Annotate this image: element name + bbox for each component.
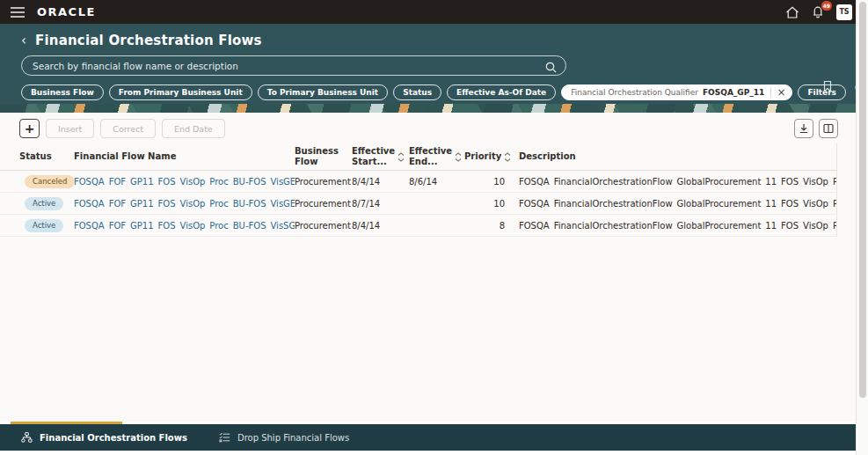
filter-chip[interactable]: Business Flow <box>21 84 104 100</box>
effective-end-cell: 8/6/14 <box>409 177 464 187</box>
table-header-row: StatusFinancial Flow NameBusiness FlowEf… <box>0 143 837 171</box>
tab-label: Drop Ship Financial Flows <box>237 433 349 443</box>
manage-columns-icon[interactable] <box>819 119 838 138</box>
tab-drop-ship-financial-flows[interactable]: Drop Ship Financial Flows <box>219 432 349 443</box>
status-badge: Active <box>25 219 63 232</box>
flow-name-cell: FOSQA_FOF_GP11_FOS_VisOp_Proc_BU-FOS_Vis… <box>74 177 295 187</box>
sort-icon[interactable] <box>504 152 511 162</box>
applied-filter-label: Financial Orchestration Qualifier <box>571 88 698 97</box>
back-icon[interactable]: ‹ <box>21 34 26 48</box>
column-label: Effective Start... <box>352 146 395 167</box>
column-header[interactable]: Description <box>519 149 836 165</box>
table-body: CanceledFOSQA_FOF_GP11_FOS_VisOp_Proc_BU… <box>0 171 868 237</box>
title-row: ‹ Financial Orchestration Flows <box>0 24 868 48</box>
business-flow-cell: Procurement <box>295 221 352 231</box>
applied-filter-chip: Financial Orchestration Qualifier FOSQA_… <box>561 84 792 100</box>
column-header[interactable]: Financial Flow Name <box>74 149 295 165</box>
main-content: + Insert Correct End Date StatusFinancia… <box>0 113 868 422</box>
flows-icon <box>21 432 33 443</box>
description-cell: FOSQA_FinancialOrchestrationFlow_GlobalP… <box>519 199 836 209</box>
notifications-bell-icon[interactable]: 49 <box>812 5 824 18</box>
notification-count-badge: 49 <box>821 1 832 11</box>
user-avatar[interactable]: TS <box>836 4 852 20</box>
column-label: Financial Flow Name <box>74 151 176 162</box>
vertical-scrollbar[interactable] <box>856 0 868 455</box>
home-icon[interactable] <box>785 6 799 18</box>
priority-cell: 8 <box>464 221 519 231</box>
flow-name-link[interactable]: FOSQA_FOF_GP11_FOS_VisOp_Proc_BU-FOS_Vis… <box>74 177 295 187</box>
oracle-logo: ORACLE <box>37 5 96 18</box>
global-header: ORACLE 49 TS <box>0 0 868 24</box>
filter-chip-list: Business FlowFrom Primary Business UnitT… <box>21 84 556 100</box>
priority-cell: 10 <box>464 177 519 187</box>
footer-tab-bar: Financial Orchestration Flows Drop Ship … <box>0 422 856 451</box>
table-row[interactable]: CanceledFOSQA_FOF_GP11_FOS_VisOp_Proc_BU… <box>0 171 837 193</box>
page-header: ‹ Financial Orchestration Flows Business… <box>0 24 868 104</box>
column-header[interactable]: Status <box>19 149 74 165</box>
tab-label: Financial Orchestration Flows <box>40 433 187 443</box>
search-input[interactable] <box>21 55 566 76</box>
flow-name-cell: FOSQA_FOF_GP11_FOS_VisOp_Proc_BU-FOS_Vis… <box>74 221 295 231</box>
table-row[interactable]: ActiveFOSQA_FOF_GP11_FOS_VisOp_Proc_BU-F… <box>0 215 837 237</box>
drop-ship-icon <box>219 432 230 443</box>
table-toolbar: + Insert Correct End Date <box>19 119 838 138</box>
business-flow-cell: Procurement <box>295 199 352 209</box>
search-row <box>21 55 566 76</box>
add-button[interactable]: + <box>19 119 40 138</box>
bookmark-icon[interactable] <box>822 79 833 96</box>
search-icon[interactable] <box>545 60 557 77</box>
page-title: Financial Orchestration Flows <box>35 33 262 48</box>
correct-button[interactable]: Correct <box>100 119 156 138</box>
flows-table: StatusFinancial Flow NameBusiness FlowEf… <box>0 143 868 237</box>
status-badge: Active <box>25 197 63 210</box>
menu-icon[interactable] <box>11 7 25 18</box>
download-icon[interactable] <box>794 119 813 138</box>
global-header-actions: 49 TS <box>785 4 852 20</box>
insert-button[interactable]: Insert <box>46 119 94 138</box>
effective-start-cell: 8/4/14 <box>352 221 409 231</box>
app-window: ORACLE 49 TS ‹ Financial Orchestration F… <box>0 0 868 455</box>
column-header[interactable]: Effective End... <box>409 143 464 170</box>
effective-start-cell: 8/4/14 <box>352 177 409 187</box>
table-row[interactable]: ActiveFOSQA_FOF_GP11_FOS_VisOp_Proc_BU-F… <box>0 193 837 215</box>
status-cell: Active <box>19 197 74 210</box>
column-header[interactable]: Effective Start... <box>352 143 409 170</box>
flow-name-link[interactable]: FOSQA_FOF_GP11_FOS_VisOp_Proc_BU-FOS_Vis… <box>74 221 295 231</box>
flow-name-link[interactable]: FOSQA_FOF_GP11_FOS_VisOp_Proc_BU-FOS_Vis… <box>74 199 295 209</box>
scrollbar-thumb[interactable] <box>859 2 866 398</box>
toolbar-view-actions <box>794 119 838 138</box>
status-cell: Canceled <box>19 175 74 188</box>
tab-financial-orchestration-flows[interactable]: Financial Orchestration Flows <box>21 432 187 443</box>
effective-start-cell: 8/7/14 <box>352 199 409 209</box>
column-label: Business Flow <box>295 146 346 167</box>
filter-chip[interactable]: To Primary Business Unit <box>258 84 388 100</box>
sort-icon[interactable] <box>455 152 462 162</box>
description-cell: FOSQA_FinancialOrchestrationFlow_GlobalP… <box>519 221 836 231</box>
column-label: Status <box>19 151 52 162</box>
end-date-button[interactable]: End Date <box>162 119 225 138</box>
flow-name-cell: FOSQA_FOF_GP11_FOS_VisOp_Proc_BU-FOS_Vis… <box>74 199 295 209</box>
column-label: Description <box>519 151 576 162</box>
decorative-banner <box>0 104 868 113</box>
filter-chip[interactable]: From Primary Business Unit <box>109 84 252 100</box>
applied-filter-value: FOSQA_GP_11 <box>703 88 764 97</box>
remove-filter-icon[interactable]: × <box>770 87 785 98</box>
filter-bar: Business FlowFrom Primary Business UnitT… <box>21 83 868 102</box>
priority-cell: 10 <box>464 199 519 209</box>
description-cell: FOSQA_FinancialOrchestrationFlow_GlobalP… <box>519 177 836 187</box>
status-cell: Active <box>19 219 74 232</box>
business-flow-cell: Procurement <box>295 177 352 187</box>
column-label: Priority <box>464 151 501 162</box>
footer-tabs: Financial Orchestration Flows Drop Ship … <box>0 424 856 451</box>
status-badge: Canceled <box>25 175 75 188</box>
column-header[interactable]: Business Flow <box>295 143 352 170</box>
filter-chip[interactable]: Status <box>393 84 441 100</box>
column-header[interactable]: Priority <box>464 149 519 165</box>
toolbar-actions: + Insert Correct End Date <box>19 119 225 138</box>
sort-icon[interactable] <box>398 152 405 162</box>
column-label: Effective End... <box>409 146 452 167</box>
filter-chip[interactable]: Effective As-Of Date <box>447 84 556 100</box>
